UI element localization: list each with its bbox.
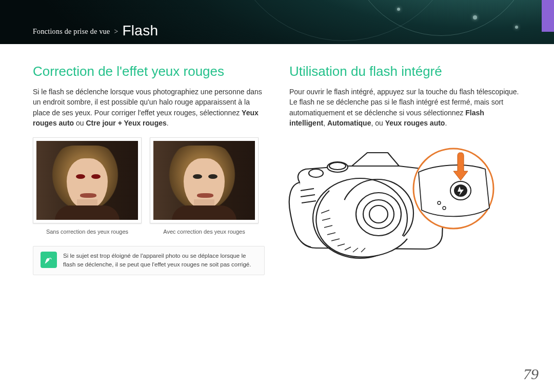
photo-after-redeye: [153, 141, 255, 220]
content-area: Correction de l'effet yeux rouges Si le …: [0, 55, 554, 275]
option-auto: Automatique: [327, 119, 371, 127]
text-sep: ,: [323, 119, 327, 127]
header-banner: Fonctions de prise de vue > Flash: [0, 0, 554, 44]
caption-after: Avec correction des yeux rouges: [150, 229, 259, 235]
section-title-redeye: Correction de l'effet yeux rouges: [33, 64, 265, 79]
pen-icon-svg: [44, 255, 54, 265]
section-title-builtin-flash: Utilisation du flash intégré: [289, 64, 521, 79]
option-fillin-redeye: Ctre jour + Yeux rouges: [86, 119, 166, 127]
redeye-text: Si le flash se déclenche lorsque vous ph…: [33, 88, 262, 117]
breadcrumb-separator: >: [114, 28, 118, 35]
breadcrumb: Fonctions de prise de vue > Flash: [33, 23, 158, 39]
right-column: Utilisation du flash intégré Pour ouvrir…: [289, 55, 521, 275]
caption-before: Sans correction des yeux rouges: [33, 229, 142, 235]
breadcrumb-section: Flash: [122, 23, 158, 38]
example-photos-row: Sans correction des yeux rouges Avec cor…: [33, 137, 265, 235]
flash-paragraph: Pour ouvrir le flash intégré, appuyez su…: [289, 87, 521, 128]
note-box: Si le sujet est trop éloigné de l'appare…: [33, 246, 265, 275]
text-or: ou: [74, 119, 86, 127]
camera-illustration: [289, 141, 521, 275]
page-number: 79: [523, 365, 539, 383]
pen-icon: [41, 252, 57, 268]
svg-point-19: [369, 205, 388, 223]
flash-button-callout: [413, 149, 493, 229]
flash-popup-button: [450, 181, 471, 200]
photo-card-before: Sans correction des yeux rouges: [33, 137, 142, 235]
decorative-dot: [473, 15, 477, 19]
svg-point-3: [309, 169, 323, 177]
svg-point-5: [329, 162, 346, 170]
photo-card-after: Avec correction des yeux rouges: [150, 137, 259, 235]
flash-text: Pour ouvrir le flash intégré, appuyez su…: [289, 88, 519, 117]
side-tab-indicator: [542, 0, 554, 32]
text-sep: , ou: [371, 119, 385, 127]
camera-svg: [280, 141, 516, 275]
note-text: Si le sujet est trop éloigné de l'appare…: [63, 252, 257, 270]
decorative-dot: [397, 8, 400, 11]
photo-frame: [33, 137, 142, 223]
decorative-dot: [515, 26, 518, 29]
breadcrumb-category: Fonctions de prise de vue: [33, 28, 110, 35]
page-root: Fonctions de prise de vue > Flash Correc…: [0, 0, 554, 392]
left-column: Correction de l'effet yeux rouges Si le …: [33, 55, 265, 275]
text-period: .: [445, 119, 447, 127]
photo-frame: [150, 137, 259, 223]
text-period: .: [167, 119, 169, 127]
redeye-paragraph: Si le flash se déclenche lorsque vous ph…: [33, 87, 265, 128]
photo-before-redeye: [36, 141, 138, 220]
option-redeye-auto: Yeux rouges auto: [385, 119, 445, 127]
